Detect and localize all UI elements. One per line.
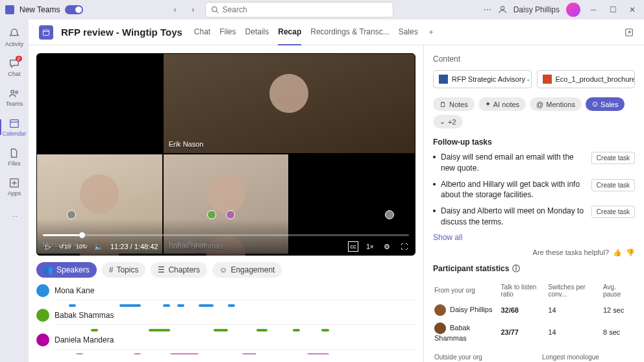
task-item: Daisy and Alberto will meet on Monday to…: [433, 206, 635, 228]
create-task-button[interactable]: Create task: [591, 206, 635, 218]
chapters-icon: ☰: [158, 265, 165, 274]
minimize-button[interactable]: ─: [587, 3, 600, 16]
speaker-track[interactable]: [55, 324, 415, 328]
speaker-timelines: Mona KaneBabak ShammasDaniela ManderaAma…: [36, 284, 415, 354]
nav-back-button[interactable]: ‹: [169, 3, 182, 16]
tab-files[interactable]: Files: [219, 19, 236, 45]
word-icon: [439, 75, 448, 84]
stats-row: Babak Shammas23/77148 sec: [434, 320, 634, 344]
content-title: Content: [433, 54, 635, 64]
speaker-name: Mona Kane: [55, 286, 94, 295]
new-teams-label: New Teams: [19, 5, 60, 14]
badge: 2: [16, 56, 22, 62]
files-icon: [8, 147, 20, 159]
settings-icon[interactable]: ⚙: [382, 241, 392, 252]
speaker-track[interactable]: [55, 300, 415, 304]
create-task-button[interactable]: Create task: [591, 152, 635, 164]
info-icon[interactable]: ⓘ: [512, 263, 520, 274]
speaker-row: Mona Kane: [36, 284, 415, 304]
filter-pills: 👥Speakers#Topics☰Chapters☺Engagement: [36, 262, 415, 278]
fullscreen-icon[interactable]: ⛶: [399, 241, 409, 252]
progress-markers: [36, 210, 415, 218]
video-tile: Erik Nason: [163, 53, 415, 154]
rail-calendar[interactable]: Calendar: [0, 113, 29, 141]
rail-activity[interactable]: Activity: [0, 23, 29, 52]
meeting-title: RFP review - Wingtip Toys: [61, 27, 182, 38]
chev-icon: ⌄: [440, 117, 445, 126]
speaker-name: Daniela Mandera: [55, 335, 114, 344]
rail-chat[interactable]: Chat2: [0, 53, 29, 82]
at-icon: @: [536, 101, 543, 108]
stats-table-outside: Outside your orgLongest monologue Inna L…: [433, 350, 635, 362]
topics-icon: #: [109, 265, 114, 274]
right-panel: Content RFP Strategic Advisory - Wingtip…: [423, 45, 644, 362]
speaker-row: Babak Shammas: [36, 309, 415, 328]
volume-icon[interactable]: 🔈: [93, 241, 104, 252]
nav-forward-button[interactable]: ›: [187, 3, 200, 16]
more-icon[interactable]: ⋯: [484, 5, 491, 14]
tab-details[interactable]: Details: [245, 19, 269, 45]
cc-button[interactable]: cc: [348, 241, 358, 252]
rail-teams[interactable]: Teams: [0, 83, 29, 112]
chip-mentions[interactable]: @Mentions: [530, 97, 582, 111]
tasks-show-all[interactable]: Show all: [433, 233, 635, 242]
titlebar: New Teams ‹ › ⋯ Daisy Phillips ─ ☐ ✕: [0, 0, 644, 19]
stats-table-org: From your orgTalk to listen ratioSwitche…: [433, 280, 635, 346]
user-avatar[interactable]: [566, 3, 580, 17]
search-input[interactable]: [223, 5, 388, 14]
rail-more[interactable]: ⋯: [0, 202, 29, 231]
create-task-button[interactable]: Create task: [591, 179, 635, 191]
search-box[interactable]: [205, 2, 393, 18]
play-button[interactable]: ▷: [43, 241, 53, 252]
stats-title: Participant statistics ⓘ: [433, 263, 635, 274]
add-tab-button[interactable]: ＋: [426, 27, 436, 38]
svg-rect-10: [43, 30, 49, 35]
thumbs-up-icon[interactable]: 👍: [613, 248, 622, 257]
speaker-track[interactable]: [55, 349, 415, 353]
note-icon: 🗒: [440, 101, 447, 108]
rail-files[interactable]: Files: [0, 143, 29, 171]
svg-line-1: [216, 11, 218, 13]
rewind-10-button[interactable]: ↺10: [60, 241, 70, 252]
chip-notes[interactable]: 🗒Notes: [433, 97, 475, 111]
ppt-icon: [543, 75, 552, 84]
speed-button[interactable]: 1×: [365, 241, 375, 252]
filter-speakers[interactable]: 👥Speakers: [36, 262, 97, 278]
filter-chapters[interactable]: ☰Chapters: [151, 262, 207, 278]
rail-apps[interactable]: Apps: [0, 173, 29, 201]
file-chip[interactable]: Eco_1_product_brochure.pptx: [537, 70, 636, 88]
svg-point-2: [501, 6, 504, 10]
chip-sales[interactable]: ⊙Sales: [586, 97, 625, 111]
task-item: Daisy will send email an email with the …: [433, 152, 635, 174]
apps-icon: [8, 177, 20, 189]
tab-recordings-transc-[interactable]: Recordings & Transc...: [310, 19, 389, 45]
file-chip[interactable]: RFP Strategic Advisory - Wingtip Toys: [433, 70, 532, 88]
stats-row: Daisy Phillips32/681412 sec: [434, 302, 634, 319]
video-progress[interactable]: [43, 234, 409, 236]
video-time: 11:23 / 1:48:42: [110, 243, 158, 250]
new-teams-toggle[interactable]: [65, 5, 83, 14]
close-button[interactable]: ✕: [626, 3, 639, 16]
svg-point-4: [16, 91, 18, 93]
popout-icon[interactable]: [625, 28, 634, 37]
tab-recap[interactable]: Recap: [278, 19, 301, 45]
maximize-button[interactable]: ☐: [606, 3, 619, 16]
chip-ai-notes[interactable]: ✦AI notes: [478, 97, 526, 111]
filter-topics[interactable]: #Topics: [102, 262, 146, 278]
video-grid: Erik NasonMona KaneLydia BauerBabak Sham…: [36, 53, 415, 256]
filter-engagement[interactable]: ☺Engagement: [212, 262, 282, 278]
activity-icon: [8, 28, 20, 40]
svg-point-3: [11, 90, 14, 93]
task-item: Alberto and Hillary will get back with i…: [433, 179, 635, 201]
people-icon[interactable]: [498, 5, 507, 14]
thumbs-down-icon[interactable]: 👎: [626, 248, 635, 257]
speaker-row: Daniela Mandera: [36, 333, 415, 353]
forward-10-button[interactable]: 10↻: [77, 241, 87, 252]
participant-name: Erik Nason: [169, 140, 204, 148]
speaker-avatar: [36, 309, 49, 322]
chip--2[interactable]: ⌄+2: [433, 115, 463, 128]
tab-sales[interactable]: Sales: [399, 19, 418, 45]
teams-icon: [8, 88, 20, 99]
tab-chat[interactable]: Chat: [194, 19, 210, 45]
speaker-name: Babak Shammas: [55, 311, 114, 320]
